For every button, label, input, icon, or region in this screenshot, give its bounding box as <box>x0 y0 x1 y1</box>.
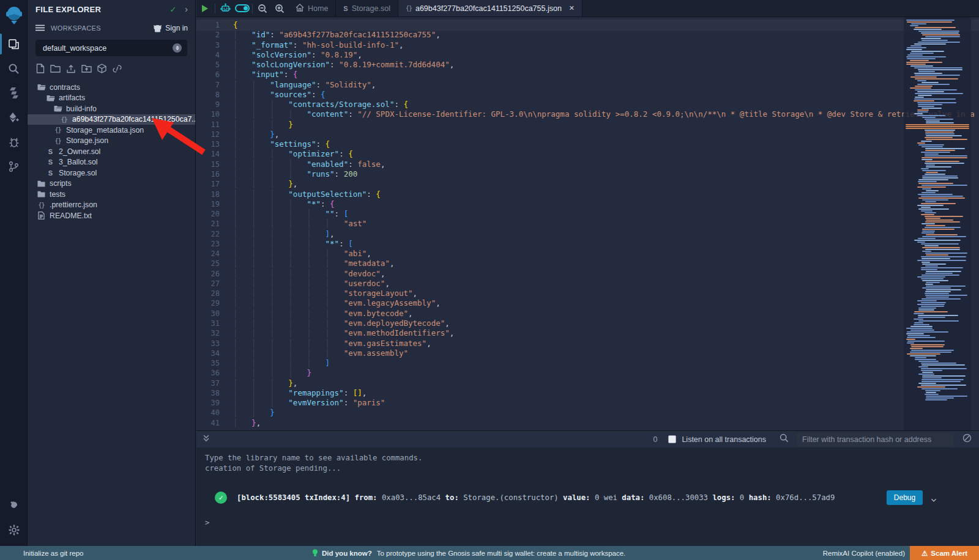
remix-logo-icon[interactable] <box>0 0 28 32</box>
editor-line-38[interactable]: 38│ │ │ "remappings": [], <box>196 388 979 398</box>
upload-file-icon[interactable] <box>66 64 76 76</box>
tree-item-scripts[interactable]: scripts <box>28 179 195 190</box>
tree-item-readme-txt[interactable]: README.txt <box>28 210 195 221</box>
tree-item-build-info[interactable]: build-info <box>28 103 195 114</box>
code-editor[interactable]: 1{2│ "id": "a69b43f277ba20fcac141151250c… <box>196 17 979 430</box>
terminal-search-icon[interactable] <box>780 433 789 445</box>
editor-line-22[interactable]: 22│ │ │ │ │ ], <box>196 229 979 239</box>
editor-line-10[interactable]: 10│ │ │ │ "content": "// SPDX-License-Id… <box>196 109 979 119</box>
editor-line-40[interactable]: 40│ │ } <box>196 408 979 418</box>
editor-line-3[interactable]: 3│ "_format": "hh-sol-build-info-1", <box>196 40 979 50</box>
editor-line-1[interactable]: 1{ <box>196 20 979 30</box>
tx-expand-icon[interactable]: ⌄ <box>931 493 937 503</box>
zoom-in-button[interactable] <box>271 4 288 13</box>
rail-item-file-explorer[interactable] <box>0 32 28 56</box>
editor-line-37[interactable]: 37│ │ │ }, <box>196 378 979 388</box>
editor-line-23[interactable]: 23│ │ │ │ │ "*": [ <box>196 239 979 249</box>
copilot-toggle[interactable] <box>234 4 251 12</box>
editor-line-11[interactable]: 11│ │ │ } <box>196 120 979 130</box>
editor-line-21[interactable]: 21│ │ │ │ │ │ "ast" <box>196 219 979 229</box>
tab-home[interactable]: Home <box>288 0 336 17</box>
rail-item-deploy-run[interactable] <box>0 105 28 130</box>
editor-line-2[interactable]: 2│ "id": "a69b43f277ba20fcac141151250ca7… <box>196 30 979 40</box>
upload-folder-icon[interactable] <box>81 64 92 75</box>
tree-item-storage-sol[interactable]: SStorage.sol <box>28 168 195 179</box>
zoom-out-button[interactable] <box>254 4 271 13</box>
editor-line-27[interactable]: 27│ │ │ │ │ │ "userdoc", <box>196 279 979 289</box>
clear-console-icon[interactable] <box>962 433 972 445</box>
listen-label[interactable]: Listen on all transactions <box>682 435 766 444</box>
transaction-filter-input[interactable]: Filter with transaction hash or address <box>796 433 954 446</box>
editor-line-12[interactable]: 12│ │ }, <box>196 130 979 139</box>
tree-item-storage-json[interactable]: {}Storage.json <box>28 136 195 147</box>
editor-line-41[interactable]: 41│ }, <box>196 418 979 428</box>
editor-line-15[interactable]: 15│ │ │ │ "enabled": false, <box>196 160 979 169</box>
debug-button[interactable]: Debug <box>887 490 923 505</box>
tree-item-tests[interactable]: tests <box>28 189 195 200</box>
rail-item-git[interactable] <box>0 154 28 179</box>
editor-line-28[interactable]: 28│ │ │ │ │ │ "storageLayout", <box>196 289 979 298</box>
tree-item-3-ballot-sol[interactable]: S3_Ballot.sol <box>28 157 195 168</box>
tree-item-a69b43f277ba20fcac141151250ca7-[interactable]: {}a69b43f277ba20fcac141151250ca7... <box>28 114 195 125</box>
github-signin-button[interactable]: Sign in <box>153 24 188 32</box>
editor-line-5[interactable]: 5│ "solcLongVersion": "0.8.19+commit.7dd… <box>196 60 979 70</box>
editor-line-25[interactable]: 25│ │ │ │ │ │ "metadata", <box>196 259 979 268</box>
hamburger-menu-icon[interactable] <box>35 23 45 34</box>
cube-icon[interactable] <box>97 64 106 76</box>
editor-line-29[interactable]: 29│ │ │ │ │ │ "evm.legacyAssembly", <box>196 298 979 308</box>
minimap[interactable] <box>904 17 971 430</box>
tree-item--prettierrc-json[interactable]: {}.prettierrc.json <box>28 200 195 211</box>
copilot-status[interactable]: RemixAI Copilot (enabled) <box>823 550 905 557</box>
transaction-log-row[interactable]: ✓ [block:5583405 txIndex:4] from: 0xa03.… <box>205 490 979 505</box>
scam-alert-button[interactable]: ⚠ Scam Alert <box>910 546 979 560</box>
editor-line-33[interactable]: 33│ │ │ │ │ │ "evm.gasEstimates", <box>196 339 979 348</box>
editor-line-35[interactable]: 35│ │ │ │ │ ] <box>196 358 979 368</box>
tree-item-artifacts[interactable]: artifacts <box>28 93 195 104</box>
workspace-switch-icon[interactable] <box>173 43 182 53</box>
tab-a69b43f277ba20fcac141151250ca755-json[interactable]: {}a69b43f277ba20fcac141151250ca755.json✕ <box>398 0 583 17</box>
editor-line-34[interactable]: 34│ │ │ │ │ │ "evm.assembly" <box>196 348 979 358</box>
editor-line-19[interactable]: 19│ │ │ │ "*": { <box>196 199 979 209</box>
git-init-button[interactable]: Initialize as git repo <box>23 550 83 557</box>
editor-line-18[interactable]: 18│ │ │ "outputSelection": { <box>196 190 979 199</box>
editor-line-24[interactable]: 24│ │ │ │ │ │ "abi", <box>196 249 979 259</box>
expand-terminal-icon[interactable] <box>203 434 210 445</box>
editor-line-26[interactable]: 26│ │ │ │ │ │ "devdoc", <box>196 269 979 279</box>
tree-item-2-owner-sol[interactable]: S2_Owner.sol <box>28 146 195 157</box>
tree-item-label: 2_Owner.sol <box>59 147 100 156</box>
editor-line-32[interactable]: 32│ │ │ │ │ │ "evm.methodIdentifiers", <box>196 328 979 338</box>
rail-item-solidity-compiler[interactable] <box>0 81 28 105</box>
new-folder-icon[interactable] <box>50 64 61 75</box>
ai-copilot-button[interactable] <box>217 3 234 13</box>
rail-item-search[interactable] <box>0 56 28 81</box>
editor-line-8[interactable]: 8│ │ "sources": { <box>196 90 979 100</box>
tab-storage-sol[interactable]: SStorage.sol <box>336 0 398 17</box>
editor-line-20[interactable]: 20│ │ │ │ │ "": [ <box>196 209 979 219</box>
rail-item-settings[interactable] <box>0 518 28 542</box>
editor-line-16[interactable]: 16│ │ │ │ "runs": 200 <box>196 169 979 179</box>
workspace-select[interactable]: default_workspace <box>35 40 187 56</box>
listen-checkbox[interactable] <box>668 435 676 443</box>
editor-line-9[interactable]: 9│ │ │ "contracts/Storage.sol": { <box>196 100 979 109</box>
editor-line-6[interactable]: 6│ "input": { <box>196 70 979 79</box>
editor-line-31[interactable]: 31│ │ │ │ │ │ "evm.deployedBytecode", <box>196 319 979 328</box>
chevron-right-icon[interactable]: › <box>185 4 188 14</box>
editor-line-30[interactable]: 30│ │ │ │ │ │ "evm.bytecode", <box>196 309 979 319</box>
rail-item-plugin-manager[interactable] <box>0 493 28 518</box>
editor-line-4[interactable]: 4│ "solcVersion": "0.8.19", <box>196 50 979 60</box>
tree-item-contracts[interactable]: contracts <box>28 82 195 93</box>
editor-line-39[interactable]: 39│ │ │ "evmVersion": "paris" <box>196 398 979 408</box>
run-script-button[interactable] <box>196 5 214 12</box>
rail-item-debugger[interactable] <box>0 130 28 154</box>
editor-line-7[interactable]: 7│ │ "language": "Solidity", <box>196 80 979 90</box>
editor-line-14[interactable]: 14│ │ │ "optimizer": { <box>196 149 979 159</box>
close-tab-icon[interactable]: ✕ <box>569 4 575 12</box>
editor-line-36[interactable]: 36│ │ │ │ } <box>196 368 979 378</box>
editor-line-17[interactable]: 17│ │ │ }, <box>196 179 979 189</box>
link-icon[interactable] <box>112 64 122 76</box>
terminal-prompt[interactable]: > <box>205 518 979 527</box>
tree-item-storage-metadata-json[interactable]: {}Storage_metadata.json <box>28 125 195 136</box>
editor-line-13[interactable]: 13│ │ "settings": { <box>196 139 979 149</box>
new-file-icon[interactable] <box>36 64 45 76</box>
line-number: 16 <box>196 169 233 179</box>
